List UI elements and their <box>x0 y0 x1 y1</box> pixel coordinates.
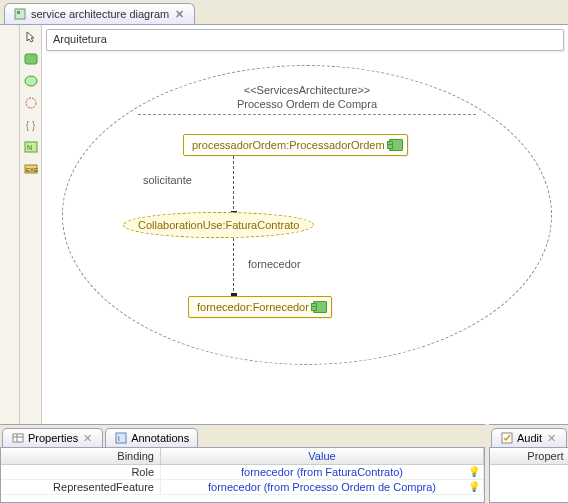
table-header: Propert <box>490 448 568 465</box>
svg-rect-2 <box>25 54 37 64</box>
tab-properties-label: Properties <box>28 432 78 444</box>
editor-tab-title: service architecture diagram <box>31 8 169 20</box>
lightbulb-icon[interactable]: 💡 <box>468 481 480 492</box>
breadcrumb-text: Arquitetura <box>53 33 107 45</box>
cell-binding: Role <box>1 465 161 479</box>
tab-audit-label: Audit <box>517 432 542 444</box>
tool-oval-icon[interactable] <box>23 73 39 89</box>
tool-red-circle-icon[interactable] <box>23 95 39 111</box>
edge-label-solicitante: solicitante <box>143 174 192 186</box>
connector-fornecedor[interactable] <box>233 238 234 296</box>
audit-tabbar: Audit ✕ F <box>489 425 568 447</box>
table-header: Binding Value <box>1 448 484 465</box>
node-fornecedor[interactable]: fornecedor:Fornecedor <box>188 296 332 318</box>
cell-value: fornecedor (from Processo Ordem de Compr… <box>161 480 484 494</box>
tool-green-icon[interactable] <box>23 51 39 67</box>
svg-text:N: N <box>27 144 32 151</box>
diagram-icon <box>13 7 27 21</box>
col-header-value[interactable]: Value <box>161 448 484 464</box>
tab-properties[interactable]: Properties ✕ <box>2 428 103 447</box>
col-header-binding[interactable]: Binding <box>1 448 161 464</box>
pointer-tool-icon[interactable] <box>23 29 39 45</box>
node-collaboration-label: CollaborationUse:FaturaContrato <box>138 219 299 231</box>
stereotype-label: <<ServicesArchitecture>> <box>63 84 551 96</box>
editor-tab[interactable]: service architecture diagram ✕ <box>4 3 195 24</box>
audit-panel: Audit ✕ F Propert <box>489 424 568 503</box>
architecture-name: Processo Ordem de Compra <box>63 98 551 110</box>
diagram-area: <<ServicesArchitecture>> Processo Ordem … <box>42 55 568 424</box>
node-fornecedor-label: fornecedor:Fornecedor <box>197 301 309 313</box>
properties-table: Binding Value Role fornecedor (from Fatu… <box>0 447 485 503</box>
table-row[interactable]: Role fornecedor (from FaturaContrato) 💡 <box>1 465 484 480</box>
left-gutter <box>0 25 20 424</box>
table-row[interactable]: RepresentedFeature fornecedor (from Proc… <box>1 480 484 495</box>
edge-label-fornecedor: fornecedor <box>248 258 301 270</box>
tool-braces-icon[interactable]: { } <box>23 117 39 133</box>
tool-exec-icon[interactable]: EXE <box>23 161 39 177</box>
architecture-ellipse[interactable]: <<ServicesArchitecture>> Processo Ordem … <box>62 65 552 365</box>
node-processador[interactable]: processadorOrdem:ProcessadorOrdem <box>183 134 408 156</box>
palette-toolbar: { } N EXE <box>20 25 42 424</box>
component-icon <box>389 139 403 151</box>
properties-tabbar: Properties ✕ i Annotations <box>0 425 485 447</box>
close-icon[interactable]: ✕ <box>173 8 186 21</box>
connector-solicitante[interactable] <box>233 156 234 214</box>
cell-value: fornecedor (from FaturaContrato) 💡 <box>161 465 484 479</box>
col-header-property[interactable]: Propert <box>490 448 568 464</box>
editor-content: { } N EXE Arquitetura <<ServicesArchitec… <box>0 24 568 424</box>
breadcrumb[interactable]: Arquitetura <box>46 29 564 51</box>
tab-annotations-label: Annotations <box>131 432 189 444</box>
close-icon[interactable]: ✕ <box>81 432 94 445</box>
svg-text:EXE: EXE <box>26 167 38 173</box>
audit-table: Propert <box>489 447 568 503</box>
close-icon[interactable]: ✕ <box>545 432 558 445</box>
svg-rect-9 <box>13 434 23 442</box>
svg-point-4 <box>26 98 36 108</box>
component-icon <box>313 301 327 313</box>
annotations-icon: i <box>114 431 128 445</box>
ellipse-divider <box>138 114 476 115</box>
tab-annotations[interactable]: i Annotations <box>105 428 198 447</box>
svg-point-3 <box>25 76 37 86</box>
properties-icon <box>11 431 25 445</box>
bottom-panels: Properties ✕ i Annotations Binding Value… <box>0 424 568 503</box>
svg-text:i: i <box>118 434 120 443</box>
audit-icon <box>500 431 514 445</box>
editor-tab-bar: service architecture diagram ✕ <box>0 0 568 24</box>
cell-binding: RepresentedFeature <box>1 480 161 494</box>
node-collaboration[interactable]: CollaborationUse:FaturaContrato <box>123 212 314 238</box>
cell-value-text: fornecedor (from Processo Ordem de Compr… <box>208 481 436 493</box>
tab-audit[interactable]: Audit ✕ <box>491 428 567 447</box>
cell-value-text: fornecedor (from FaturaContrato) <box>241 466 403 478</box>
diagram-canvas[interactable]: Arquitetura <<ServicesArchitecture>> Pro… <box>42 25 568 424</box>
svg-rect-1 <box>17 11 20 14</box>
lightbulb-icon[interactable]: 💡 <box>468 466 480 477</box>
tool-note-icon[interactable]: N <box>23 139 39 155</box>
node-processador-label: processadorOrdem:ProcessadorOrdem <box>192 139 385 151</box>
table-body: Role fornecedor (from FaturaContrato) 💡 … <box>1 465 484 495</box>
properties-panel: Properties ✕ i Annotations Binding Value… <box>0 424 485 503</box>
